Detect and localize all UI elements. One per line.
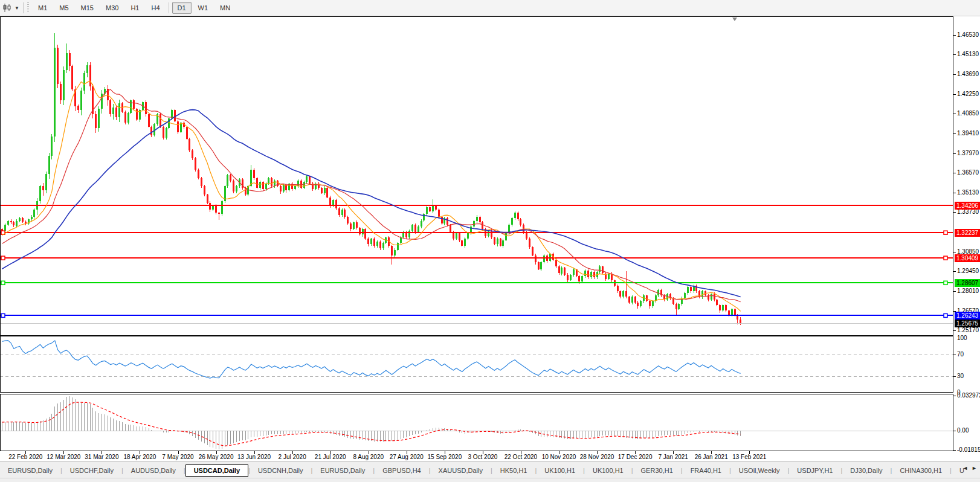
price-tick-label: 1.46530 xyxy=(957,31,979,38)
price-tick-label: 1.39410 xyxy=(957,130,979,137)
tab-hk50-h1[interactable]: HK50,H1 xyxy=(492,464,535,477)
tab-scroll-right-icon[interactable]: ► xyxy=(970,464,979,472)
level-price-tag: 1.26243 xyxy=(955,312,980,320)
timeframe-toolbar: ▼ M1M5M15M30H1H4D1W1MN xyxy=(0,0,980,16)
current-price-tag: 1.25675 xyxy=(955,320,980,327)
axis-tick xyxy=(953,330,956,331)
date-label: 7 May 2020 xyxy=(162,454,193,460)
tab-usoil-weekly[interactable]: USOil,Weekly xyxy=(731,464,788,477)
date-label: 8 Aug 2020 xyxy=(353,454,384,460)
timeframe-button-m15[interactable]: M15 xyxy=(76,2,99,14)
tab-eurusd-daily[interactable]: EURUSD,Daily xyxy=(312,464,373,477)
level-price-tag: 1.34206 xyxy=(955,202,980,210)
rsi-indicator-panel[interactable] xyxy=(0,336,953,393)
tab-scroll-arrows: ◄ ► xyxy=(961,464,979,472)
rsi-scale-label: 0 xyxy=(957,389,961,396)
price-tick-label: 1.36570 xyxy=(957,169,979,176)
price-tick-label: 1.25170 xyxy=(957,327,979,333)
price-tick-label: 1.45130 xyxy=(957,51,979,57)
timeframe-button-h4[interactable]: H4 xyxy=(146,2,165,14)
date-label: 10 Nov 2020 xyxy=(542,454,576,460)
timeframe-button-mn[interactable]: MN xyxy=(214,2,236,14)
trading-terminal-window: ▼ M1M5M15M30H1H4D1W1MN ▼USDCAD,Daily 1.2… xyxy=(0,0,980,482)
price-tick-label: 1.35130 xyxy=(957,189,979,196)
timeframe-button-m30[interactable]: M30 xyxy=(100,2,124,14)
price-axis[interactable]: 0.0329720.00-0.0181541.465301.451301.436… xyxy=(953,16,980,461)
rsi-scale-label: 70 xyxy=(957,351,964,358)
tab-uk100-h1[interactable]: UK100,H1 xyxy=(585,464,631,477)
date-label: 26 Jan 2021 xyxy=(695,454,728,460)
axis-tick xyxy=(953,212,956,213)
timeframe-button-h1[interactable]: H1 xyxy=(125,2,144,14)
price-tick-label: 1.40850 xyxy=(957,110,979,117)
price-tick-label: 1.33730 xyxy=(957,208,979,215)
axis-tick xyxy=(953,133,956,134)
date-label: 15 Sep 2020 xyxy=(427,454,462,460)
date-label: 22 Oct 2020 xyxy=(505,454,537,460)
chart-type-dropdown-caret[interactable]: ▼ xyxy=(13,5,21,11)
axis-tick xyxy=(953,153,956,154)
main-price-chart[interactable] xyxy=(0,16,953,336)
date-label: 22 Feb 2020 xyxy=(8,454,42,460)
macd-indicator-panel[interactable] xyxy=(0,394,953,451)
tab-ger30-h1[interactable]: GER30,H1 xyxy=(633,464,681,477)
tab-usdchf-daily[interactable]: USDCHF,Daily xyxy=(62,464,121,477)
tab-usdcad-daily[interactable]: USDCAD,Daily xyxy=(185,464,248,477)
tab-xauusd-daily[interactable]: XAUUSD,Daily xyxy=(431,464,491,477)
chart-tab-bar: EURUSD,Daily|USDCHF,Daily|AUDUSD,Daily|U… xyxy=(0,461,980,478)
level-price-tag: 1.28607 xyxy=(955,279,980,287)
date-label: 17 Dec 2020 xyxy=(618,454,653,460)
date-label: 28 Nov 2020 xyxy=(580,454,614,460)
axis-tick xyxy=(953,252,956,252)
axis-tick xyxy=(953,94,956,95)
date-label: 3 Oct 2020 xyxy=(468,454,497,460)
toolbar-drag-handle[interactable] xyxy=(27,2,29,13)
price-tick-label: 1.42250 xyxy=(957,91,979,97)
toolbar-separator xyxy=(23,2,24,13)
toolbar-separator xyxy=(169,2,169,13)
axis-tick xyxy=(953,376,956,377)
timeframe-button-m5[interactable]: M5 xyxy=(54,2,74,14)
date-label: 12 Mar 2020 xyxy=(47,454,80,460)
timeframe-button-d1[interactable]: D1 xyxy=(172,2,192,14)
date-label: 21 Jul 2020 xyxy=(315,454,346,460)
tab-uk100-h1[interactable]: UK100,H1 xyxy=(537,464,583,477)
timeframe-button-m1[interactable]: M1 xyxy=(33,2,53,14)
date-label: 31 Mar 2020 xyxy=(85,454,118,460)
tab-usdcnh-daily[interactable]: USDCNH,Daily xyxy=(250,464,311,477)
date-label: 13 Feb 2021 xyxy=(732,454,766,460)
rsi-scale-label: 30 xyxy=(957,373,964,379)
axis-tick xyxy=(953,396,956,396)
axis-tick xyxy=(953,173,956,173)
axis-tick xyxy=(953,54,956,55)
axis-tick xyxy=(953,35,956,36)
date-label: 7 Jan 2021 xyxy=(658,454,688,460)
price-tick-label: 1.37970 xyxy=(957,150,979,156)
timeframe-buttons: M1M5M15M30H1H4D1W1MN xyxy=(32,2,236,14)
tab-eurusd-daily[interactable]: EURUSD,Daily xyxy=(0,464,60,477)
level-price-tag: 1.32237 xyxy=(955,229,980,237)
date-label: 2 Jul 2020 xyxy=(279,454,306,460)
tab-audusd-daily[interactable]: AUDUSD,Daily xyxy=(123,464,184,477)
axis-tick xyxy=(953,271,956,272)
date-label: 27 Aug 2020 xyxy=(390,454,424,460)
axis-tick xyxy=(953,291,956,292)
macd-scale-label: -0.018154 xyxy=(957,446,980,453)
axis-tick xyxy=(953,431,956,431)
tab-fra40-h1[interactable]: FRA40,H1 xyxy=(683,464,729,477)
tab-gbpusd-h4[interactable]: GBPUSD,H4 xyxy=(375,464,429,477)
price-tick-label: 1.29450 xyxy=(957,268,979,274)
tab-usdjpy-h1[interactable]: USDJPY,H1 xyxy=(789,464,840,477)
level-price-tag: 1.30409 xyxy=(955,254,980,262)
tab-china300-h1[interactable]: CHINA300,H1 xyxy=(892,464,950,477)
price-tick-label: 1.43690 xyxy=(957,71,979,77)
tab-scroll-left-icon[interactable]: ◄ xyxy=(961,464,970,472)
axis-tick xyxy=(953,114,956,114)
timeframe-button-w1[interactable]: W1 xyxy=(193,2,214,14)
tab-dj30-daily[interactable]: DJ30,Daily xyxy=(842,464,890,477)
date-axis[interactable]: 22 Feb 202012 Mar 202031 Mar 202018 Apr … xyxy=(0,451,953,461)
axis-tick xyxy=(953,450,956,451)
macd-scale-label: 0.00 xyxy=(957,427,969,434)
candlestick-chart-icon[interactable] xyxy=(1,2,13,13)
axis-tick xyxy=(953,193,956,193)
